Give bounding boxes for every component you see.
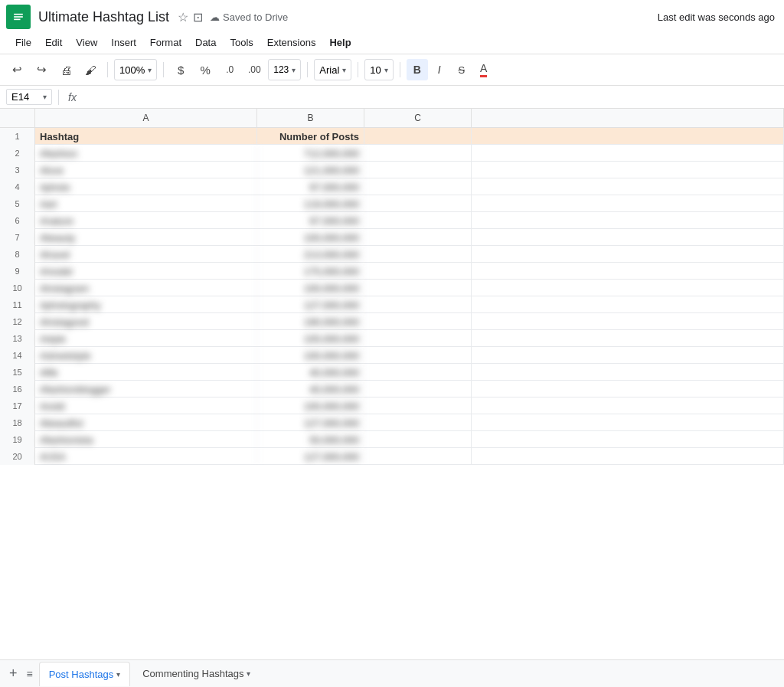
col-header-c[interactable]: C [364,109,472,127]
cell-rest-8[interactable] [472,246,784,263]
cell-b11[interactable]: 127,000,000 [257,296,364,313]
cell-b8[interactable]: 213,000,000 [257,246,364,263]
cell-c6[interactable] [364,212,472,229]
bold-button[interactable]: B [407,59,428,80]
cell-b2[interactable]: 712,000,000 [257,145,364,162]
menu-view[interactable]: View [70,34,103,51]
col-header-a[interactable]: A [35,109,257,127]
redo-button[interactable]: ↪ [31,59,52,80]
col-header-b[interactable]: B [257,109,364,127]
cell-rest-20[interactable] [472,448,784,465]
cell-c1[interactable] [364,128,472,145]
star-icon[interactable]: ☆ [178,10,188,25]
cell-a15[interactable]: #life [35,364,257,381]
cell-rest-7[interactable] [472,229,784,246]
cell-c19[interactable] [364,431,472,448]
cell-c14[interactable] [364,347,472,364]
cell-c13[interactable] [364,330,472,347]
cell-rest-13[interactable] [472,330,784,347]
menu-help[interactable]: Help [323,34,357,51]
cell-rest-12[interactable] [472,313,784,330]
cell-rest-2[interactable] [472,145,784,162]
cell-a10[interactable]: #instagram [35,280,257,296]
cell-a13[interactable]: #style [35,330,257,347]
cell-a11[interactable]: #photography [35,296,257,313]
cell-c5[interactable] [364,195,472,212]
cell-c3[interactable] [364,162,472,178]
cell-a2[interactable]: #fashion [35,145,257,162]
cell-b10[interactable]: 100,000,000 [257,280,364,296]
cell-b6[interactable]: 97,000,000 [257,212,364,229]
menu-insert[interactable]: Insert [105,34,142,51]
cell-a19[interactable]: #fashionista [35,431,257,448]
cell-rest-10[interactable] [472,280,784,296]
cell-b18[interactable]: 127,000,000 [257,414,364,431]
menu-file[interactable]: File [9,34,38,51]
cell-a20[interactable]: #USA [35,448,257,465]
paint-format-button[interactable]: 🖌 [80,59,101,80]
cell-a14[interactable]: #streetstyle [35,347,257,364]
cell-rest-18[interactable] [472,414,784,431]
cell-b12[interactable]: 190,000,000 [257,313,364,330]
cell-b14[interactable]: 100,000,000 [257,347,364,364]
cell-rest-17[interactable] [472,397,784,414]
cell-a16[interactable]: #fashionblogger [35,381,257,397]
cell-c8[interactable] [364,246,472,263]
cell-a1[interactable]: Hashtag [35,128,257,145]
add-sheet-button[interactable]: + [6,662,21,685]
cell-c12[interactable] [364,313,472,330]
cell-rest-14[interactable] [472,347,784,364]
cell-rest-3[interactable] [472,162,784,178]
cell-a9[interactable]: #model [35,263,257,280]
cell-a4[interactable]: #photo [35,178,257,195]
font-size-select[interactable]: 10 ▾ [364,59,393,80]
menu-format[interactable]: Format [144,34,188,51]
cell-a7[interactable]: #beauty [35,229,257,246]
zoom-select[interactable]: 100% ▾ [114,59,157,80]
text-color-button[interactable]: A [473,59,495,80]
cell-rest-1[interactable] [472,128,784,145]
cell-b17[interactable]: 100,000,000 [257,397,364,414]
cell-b1[interactable]: Number of Posts [257,128,364,145]
italic-button[interactable]: I [429,59,450,80]
cell-c2[interactable] [364,145,472,162]
cell-c7[interactable] [364,229,472,246]
cell-b13[interactable]: 105,000,000 [257,330,364,347]
percent-button[interactable]: % [194,59,216,80]
undo-button[interactable]: ↩ [6,59,28,80]
menu-edit[interactable]: Edit [39,34,68,51]
cell-b19[interactable]: 50,000,000 [257,431,364,448]
cell-rest-6[interactable] [472,212,784,229]
strikethrough-button[interactable]: S [451,59,472,80]
more-formats-select[interactable]: 123 ▾ [268,59,301,80]
cell-rest-16[interactable] [472,381,784,397]
formula-input[interactable] [86,91,778,103]
cell-a12[interactable]: #instagood [35,313,257,330]
tab-commenting-hashtags[interactable]: Commenting Hashtags ▾ [133,662,260,686]
decimal-two-button[interactable]: .00 [243,59,265,80]
cell-reference[interactable]: E14 ▾ [6,89,52,105]
tab-commenting-hashtags-arrow[interactable]: ▾ [247,669,250,678]
col-header-rest[interactable] [472,109,784,127]
menu-extensions[interactable]: Extensions [261,34,322,51]
cell-c4[interactable] [364,178,472,195]
print-button[interactable]: 🖨 [55,59,77,80]
tab-post-hashtags[interactable]: Post Hashtags ▾ [39,662,131,686]
cell-b4[interactable]: 97,000,000 [257,178,364,195]
cell-c15[interactable] [364,364,472,381]
menu-data[interactable]: Data [189,34,222,51]
cell-c16[interactable] [364,381,472,397]
menu-tools[interactable]: Tools [224,34,259,51]
cell-rest-19[interactable] [472,431,784,448]
cell-b7[interactable]: 100,000,000 [257,229,364,246]
cell-b5[interactable]: 119,000,000 [257,195,364,212]
cell-rest-9[interactable] [472,263,784,280]
cell-c17[interactable] [364,397,472,414]
tab-post-hashtags-arrow[interactable]: ▾ [116,670,120,679]
cell-c9[interactable] [364,263,472,280]
cell-rest-5[interactable] [472,195,784,212]
cell-c20[interactable] [364,448,472,465]
currency-button[interactable]: $ [170,59,191,80]
cell-c10[interactable] [364,280,472,296]
cell-a6[interactable]: #nature [35,212,257,229]
